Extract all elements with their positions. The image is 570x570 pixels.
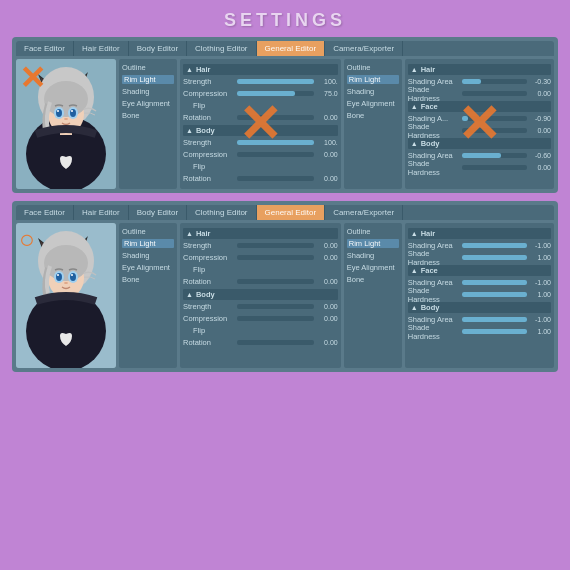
tab-face-editor[interactable]: Face Editor	[16, 41, 74, 56]
far-sliders-bad: ▲Hair Shading Area -0.30 Shade Hardness …	[405, 59, 554, 189]
tab-hair-editor-b[interactable]: Hair Editor	[74, 205, 129, 220]
right-props-good: Outline Rim Light Shading Eye Alignment …	[344, 223, 402, 368]
mid-sliders-bad-inner: ▲Hair Strength 100. Compression 75.0 Fli…	[180, 59, 341, 189]
prop-rimlight-bad: Rim Light	[122, 75, 174, 84]
tab-body-editor-b[interactable]: Body Editor	[129, 205, 187, 220]
page-title: SETTINGS	[0, 0, 570, 37]
tab-body-editor[interactable]: Body Editor	[129, 41, 187, 56]
prop-shading-bad: Shading	[122, 87, 177, 96]
prop-outline-bad: Outline	[122, 63, 177, 72]
tab-clothing-editor-b[interactable]: Clothing Editor	[187, 205, 256, 220]
far-sliders-bad-inner: ▲Hair Shading Area -0.30 Shade Hardness …	[405, 59, 554, 189]
good-marker: ○	[19, 226, 35, 252]
tab-general-editor-b[interactable]: General Editor	[257, 205, 326, 220]
svg-point-31	[57, 274, 59, 276]
tab-camera-exporter-b[interactable]: Camera/Exporter	[325, 205, 403, 220]
mid-sliders-good: ▲Hair Strength 0.00 Compression 0.00 Fli…	[180, 223, 341, 368]
panel-good-content: ○	[16, 223, 554, 368]
character-display-bad: ✕	[16, 59, 116, 189]
right-props-bad: Outline Rim Light Shading Eye Alignment …	[344, 59, 402, 189]
prop-bone-bad: Bone	[122, 111, 177, 120]
svg-point-13	[70, 109, 76, 117]
left-props-bad: Outline Rim Light Shading Eye Alignment …	[119, 59, 177, 189]
tab-hair-editor[interactable]: Hair Editor	[74, 41, 129, 56]
mid-sliders-bad: ▲Hair Strength 100. Compression 75.0 Fli…	[180, 59, 341, 189]
prop-eyealign-bad: Eye Alignment	[122, 99, 177, 108]
svg-point-26	[44, 245, 88, 281]
svg-point-12	[56, 109, 62, 117]
tab-bar-bottom: Face Editor Hair Editor Body Editor Clot…	[16, 205, 554, 220]
far-sliders-good-inner: ▲Hair Shading Area -1.00 Shade Hardness …	[405, 223, 554, 368]
svg-point-14	[57, 110, 59, 112]
svg-point-15	[71, 110, 73, 112]
character-display-good: ○	[16, 223, 116, 368]
svg-point-9	[44, 81, 88, 117]
svg-point-16	[64, 118, 68, 120]
svg-point-32	[71, 274, 73, 276]
far-sliders-good: ▲Hair Shading Area -1.00 Shade Hardness …	[405, 223, 554, 368]
panel-bad: Face Editor Hair Editor Body Editor Clot…	[12, 37, 558, 193]
left-props-good: Outline Rim Light Shading Eye Alignment …	[119, 223, 177, 368]
panel-good: Face Editor Hair Editor Body Editor Clot…	[12, 201, 558, 372]
bad-marker: ✕	[19, 62, 46, 94]
tab-general-editor[interactable]: General Editor	[257, 41, 326, 56]
tab-bar-top: Face Editor Hair Editor Body Editor Clot…	[16, 41, 554, 56]
svg-point-29	[56, 273, 62, 281]
tab-face-editor-b[interactable]: Face Editor	[16, 205, 74, 220]
tab-clothing-editor[interactable]: Clothing Editor	[187, 41, 256, 56]
mid-sliders-good-inner: ▲Hair Strength 0.00 Compression 0.00 Fli…	[180, 223, 341, 368]
svg-point-30	[70, 273, 76, 281]
svg-point-33	[64, 282, 68, 284]
panel-bad-content: ✕	[16, 59, 554, 189]
tab-camera-exporter[interactable]: Camera/Exporter	[325, 41, 403, 56]
